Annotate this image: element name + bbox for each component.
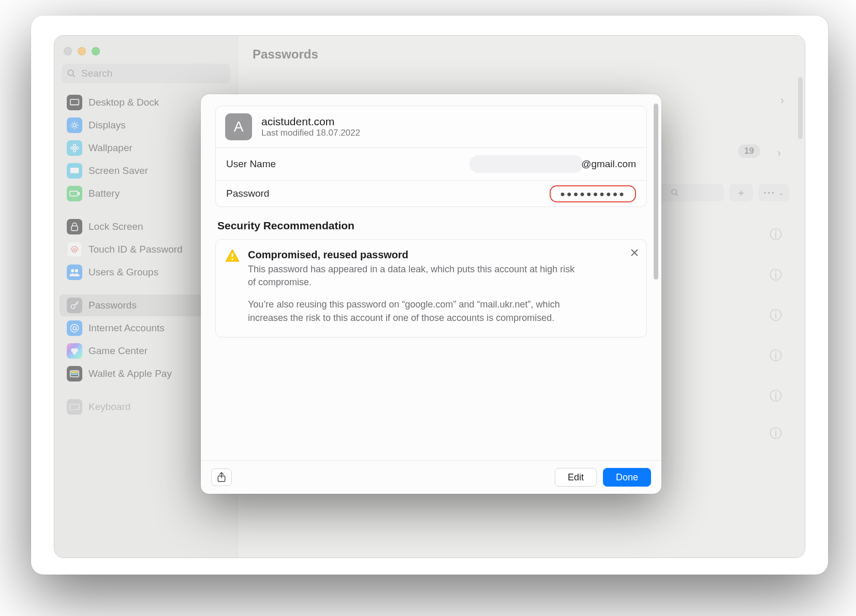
password-detail-sheet: A acistudent.com Last modified 18.07.202… <box>201 94 661 494</box>
site-header: A acistudent.com Last modified 18.07.202… <box>216 106 646 148</box>
sidebar-item-label: Wallpaper <box>88 142 132 154</box>
info-icon[interactable]: ⓘ <box>770 226 782 243</box>
svg-point-24 <box>71 305 75 309</box>
site-avatar: A <box>225 113 252 140</box>
warning-icon <box>225 249 241 325</box>
svg-rect-2 <box>70 99 79 105</box>
ellipsis-icon: ··· <box>763 187 775 199</box>
svg-rect-30 <box>71 372 78 373</box>
svg-point-14 <box>73 144 76 147</box>
sheet-scrollbar[interactable] <box>654 104 658 280</box>
recommendation-title: Compromised, reused password <box>248 249 637 261</box>
zoom-traffic-light[interactable] <box>92 47 100 55</box>
add-button[interactable]: ＋ <box>729 184 753 201</box>
more-button[interactable]: ··· ⌄ <box>758 184 789 201</box>
svg-point-4 <box>73 124 76 127</box>
info-icon[interactable]: ⓘ <box>770 388 782 404</box>
close-traffic-light[interactable] <box>64 47 72 55</box>
svg-line-11 <box>72 127 73 128</box>
chevron-right-icon: › <box>780 94 784 107</box>
svg-point-36 <box>231 258 233 260</box>
info-icon[interactable]: ⓘ <box>770 267 782 283</box>
dismiss-recommendation-button[interactable] <box>630 247 639 260</box>
sidebar-item-label: Game Center <box>88 345 147 357</box>
recommendation-body-1: This password has appeared in a data lea… <box>248 263 584 289</box>
share-icon <box>217 472 226 482</box>
security-recommendation-card: Compromised, reused password This passwo… <box>215 239 647 338</box>
search-icon <box>67 69 76 78</box>
password-label: Password <box>226 188 269 199</box>
content-scrollbar[interactable] <box>798 77 803 139</box>
svg-point-0 <box>68 70 73 76</box>
at-icon <box>67 320 82 336</box>
svg-point-13 <box>73 147 76 150</box>
password-masked: ●●●●●●●●●● <box>550 185 636 202</box>
minimize-traffic-light[interactable] <box>78 47 86 55</box>
svg-point-16 <box>71 147 73 150</box>
sidebar-item-label: Battery <box>88 188 120 199</box>
svg-rect-35 <box>232 253 233 257</box>
svg-rect-21 <box>71 226 78 231</box>
traffic-lights <box>54 42 238 64</box>
share-button[interactable] <box>211 468 232 486</box>
done-button[interactable]: Done <box>603 468 651 487</box>
svg-point-17 <box>76 147 79 150</box>
chevron-right-icon: › <box>777 146 781 160</box>
sidebar-item-label: Internet Accounts <box>88 322 165 334</box>
svg-line-9 <box>72 123 73 124</box>
lock-icon <box>67 219 82 234</box>
info-icon[interactable]: ⓘ <box>770 307 782 324</box>
keyboard-icon <box>67 399 82 415</box>
password-row[interactable]: Password ●●●●●●●●●● <box>216 181 646 207</box>
site-domain: acistudent.com <box>261 115 360 128</box>
close-icon <box>630 248 639 257</box>
svg-rect-32 <box>70 404 79 410</box>
svg-line-34 <box>676 194 678 196</box>
sheet-body: A acistudent.com Last modified 18.07.202… <box>201 94 661 460</box>
svg-point-22 <box>71 269 74 272</box>
username-row[interactable]: User Name @gmail.com <box>216 148 646 181</box>
sidebar-search[interactable] <box>62 64 230 83</box>
svg-rect-31 <box>71 373 78 375</box>
svg-rect-19 <box>70 191 78 196</box>
svg-line-1 <box>73 75 75 77</box>
sidebar-item-label: Screen Saver <box>88 165 148 177</box>
recommendations-count-badge: 19 <box>738 144 760 158</box>
svg-point-28 <box>72 350 77 355</box>
svg-line-12 <box>77 123 78 124</box>
info-icon[interactable]: ⓘ <box>770 347 782 364</box>
sidebar-item-label: Users & Groups <box>88 267 158 278</box>
svg-rect-20 <box>79 193 80 195</box>
username-label: User Name <box>226 158 276 170</box>
credentials-card: A acistudent.com Last modified 18.07.202… <box>215 106 647 207</box>
game-icon <box>67 343 82 359</box>
sidebar-item-label: Keyboard <box>88 401 130 413</box>
svg-point-33 <box>672 189 676 194</box>
chevron-down-icon: ⌄ <box>778 189 784 197</box>
touchid-icon <box>67 242 82 257</box>
svg-point-25 <box>73 327 76 330</box>
desktop-icon <box>67 95 82 110</box>
svg-rect-18 <box>70 168 79 173</box>
last-modified: Last modified 18.07.2022 <box>261 128 360 138</box>
svg-point-15 <box>73 150 76 152</box>
security-recommendation-heading: Security Recommendation <box>217 219 645 232</box>
recommendation-body-2: You’re also reusing this password on “go… <box>248 298 584 324</box>
edit-button[interactable]: Edit <box>555 468 597 487</box>
sidebar-item-label: Wallet & Apple Pay <box>88 368 172 379</box>
sidebar-item-label: Touch ID & Password <box>88 244 183 255</box>
screen-icon <box>67 163 82 179</box>
sidebar-item-label: Desktop & Dock <box>88 97 159 108</box>
key-icon <box>67 298 82 313</box>
search-input[interactable] <box>80 67 225 80</box>
sun-icon <box>67 118 82 133</box>
sidebar-item-label: Passwords <box>88 300 137 311</box>
flower-icon <box>67 140 82 156</box>
page-title: Passwords <box>238 36 805 71</box>
search-icon <box>671 188 679 197</box>
svg-point-23 <box>75 269 78 272</box>
users-icon <box>67 265 82 280</box>
username-value: @gmail.com <box>469 155 636 173</box>
svg-line-10 <box>77 127 78 128</box>
sidebar-item-label: Lock Screen <box>88 221 143 232</box>
